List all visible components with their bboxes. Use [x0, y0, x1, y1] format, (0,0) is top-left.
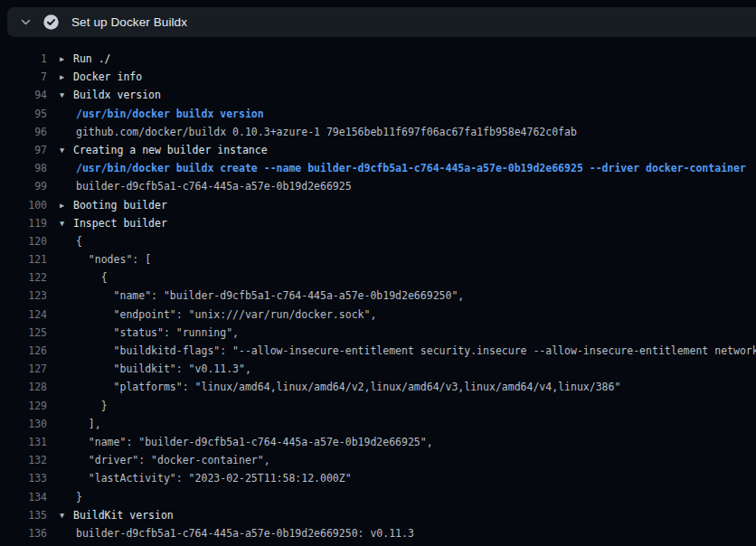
log-line-row: 123 "name": "builder-d9cfb5a1-c764-445a-… [0, 287, 756, 305]
output-text: "nodes": [ [60, 250, 151, 268]
log-line-row: 124 "endpoint": "unix:///var/run/docker.… [0, 306, 756, 324]
output-text: } [60, 488, 82, 506]
line-number[interactable]: 121 [0, 250, 47, 268]
line-number[interactable]: 97 [0, 141, 47, 159]
line-number[interactable]: 1 [0, 50, 47, 68]
group-title: Creating a new builder instance [73, 144, 268, 156]
line-number[interactable]: 135 [0, 506, 47, 524]
line-number[interactable]: 120 [0, 232, 47, 250]
log-group-row[interactable]: 100▶Booting builder [0, 196, 756, 214]
line-number[interactable]: 129 [0, 397, 47, 415]
output-text: "buildkitd-flags": "--allow-insecure-ent… [60, 342, 756, 360]
output-text: "platforms": "linux/amd64,linux/amd64/v2… [60, 378, 620, 396]
triangle-right-icon: ▶ [60, 68, 73, 86]
line-number[interactable]: 98 [0, 159, 47, 177]
log-group-row[interactable]: 1▶Run ./ [0, 50, 756, 68]
step-header[interactable]: Set up Docker Buildx [7, 7, 756, 37]
group-title: Booting builder [73, 199, 167, 212]
group-title: Docker info [73, 71, 142, 83]
log-line-row: 121 "nodes": [ [0, 250, 756, 268]
triangle-down-icon: ▼ [60, 141, 73, 159]
triangle-down-icon: ▼ [60, 214, 73, 232]
check-circle-icon [43, 14, 59, 30]
line-number[interactable]: 133 [0, 469, 47, 487]
group-title: Buildx version [73, 89, 161, 101]
log-group-row[interactable]: 97▼Creating a new builder instance [0, 141, 756, 159]
output-text: "endpoint": "unix:///var/run/docker.sock… [60, 306, 376, 324]
output-text: { [60, 268, 108, 287]
triangle-right-icon: ▶ [60, 50, 73, 68]
log-line-row: 95/usr/bin/docker buildx version [0, 105, 756, 123]
chevron-down-icon[interactable] [20, 16, 32, 28]
log-group-row[interactable]: 94▼Buildx version [0, 86, 756, 104]
triangle-down-icon: ▼ [60, 506, 73, 524]
log-group-row[interactable]: 7▶Docker info [0, 68, 756, 86]
triangle-right-icon: ▶ [60, 196, 73, 214]
line-number[interactable]: 126 [0, 342, 47, 360]
triangle-down-icon: ▼ [60, 86, 73, 104]
log-line-row: 132 "driver": "docker-container", [0, 451, 756, 469]
line-number[interactable]: 124 [0, 306, 47, 324]
line-number[interactable]: 127 [0, 360, 47, 378]
line-number[interactable]: 123 [0, 287, 47, 305]
output-text: builder-d9cfb5a1-c764-445a-a57e-0b19d2e6… [60, 524, 414, 542]
line-number[interactable]: 132 [0, 451, 47, 469]
command-text: /usr/bin/docker buildx create --name bui… [60, 159, 746, 177]
log-line-row: 131 "name": "builder-d9cfb5a1-c764-445a-… [0, 433, 756, 451]
output-text: ], [60, 415, 101, 433]
log-line-row: 120{ [0, 232, 756, 250]
output-text: { [60, 232, 82, 250]
log-group-row[interactable]: 119▼Inspect builder [0, 214, 756, 232]
output-text: "name": "builder-d9cfb5a1-c764-445a-a57e… [60, 287, 464, 305]
line-number[interactable]: 128 [0, 378, 47, 396]
output-text: "name": "builder-d9cfb5a1-c764-445a-a57e… [60, 433, 433, 451]
log-line-row: 133 "lastActivity": "2023-02-25T11:58:12… [0, 469, 756, 487]
output-text: builder-d9cfb5a1-c764-445a-a57e-0b19d2e6… [60, 177, 352, 195]
log-line-row: 122 { [0, 268, 756, 287]
output-text: github.com/docker/buildx 0.10.3+azure-1 … [60, 123, 577, 141]
output-text: "status": "running", [60, 324, 239, 342]
command-text: /usr/bin/docker buildx version [60, 105, 264, 123]
line-number[interactable]: 130 [0, 415, 47, 433]
group-title: BuildKit version [73, 509, 174, 522]
log-line-row: 136builder-d9cfb5a1-c764-445a-a57e-0b19d… [0, 524, 756, 542]
line-number[interactable]: 7 [0, 68, 47, 86]
line-number[interactable]: 119 [0, 214, 47, 232]
output-text: "driver": "docker-container", [60, 451, 270, 469]
log-line-row: 126 "buildkitd-flags": "--allow-insecure… [0, 342, 756, 360]
step-title: Set up Docker Buildx [71, 15, 187, 29]
log-line-row: 128 "platforms": "linux/amd64,linux/amd6… [0, 378, 756, 396]
log-group-row[interactable]: 135▼BuildKit version [0, 506, 756, 524]
line-number[interactable]: 95 [0, 105, 47, 123]
line-number[interactable]: 94 [0, 86, 47, 104]
group-title: Run ./ [73, 52, 111, 65]
log-lines: 1▶Run ./7▶Docker info94▼Buildx version95… [0, 50, 756, 542]
group-title: Inspect builder [73, 217, 167, 230]
output-text: "lastActivity": "2023-02-25T11:58:12.000… [60, 469, 352, 487]
log-line-row: 129 } [0, 397, 756, 415]
line-number[interactable]: 136 [0, 524, 47, 542]
line-number[interactable]: 125 [0, 324, 47, 342]
line-number[interactable]: 96 [0, 123, 47, 141]
output-text: } [60, 397, 108, 415]
line-number[interactable]: 100 [0, 196, 47, 214]
log-line-row: 99builder-d9cfb5a1-c764-445a-a57e-0b19d2… [0, 177, 756, 195]
output-text: "buildkit": "v0.11.3", [60, 360, 251, 378]
log-line-row: 134} [0, 488, 756, 506]
line-number[interactable]: 134 [0, 488, 47, 506]
log-line-row: 96github.com/docker/buildx 0.10.3+azure-… [0, 123, 756, 141]
log-line-row: 125 "status": "running", [0, 324, 756, 342]
line-number[interactable]: 99 [0, 177, 47, 195]
line-number[interactable]: 131 [0, 433, 47, 451]
line-number[interactable]: 122 [0, 268, 47, 287]
log-line-row: 127 "buildkit": "v0.11.3", [0, 360, 756, 378]
log-line-row: 98/usr/bin/docker buildx create --name b… [0, 159, 756, 177]
log-line-row: 130 ], [0, 415, 756, 433]
